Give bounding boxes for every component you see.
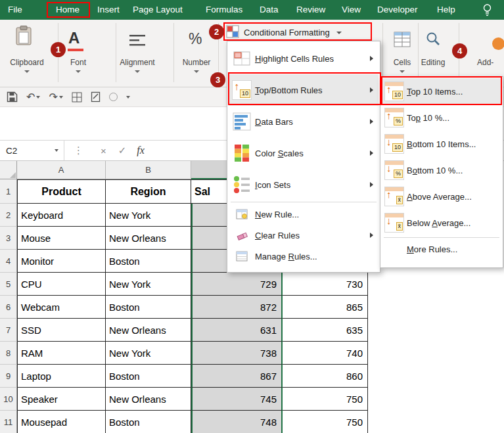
menu-item-color-scales[interactable]: Color Scales: [229, 137, 378, 169]
cell-d6[interactable]: 865: [283, 296, 368, 319]
cell-c5[interactable]: 729: [191, 273, 283, 296]
alignment-group-label[interactable]: Alignment: [113, 58, 162, 67]
menu-item-top-bottom-rules[interactable]: ↑10 Top/Bottom Rules: [229, 74, 378, 106]
row-number[interactable]: 9: [0, 365, 17, 388]
cell-a4[interactable]: Monitor: [17, 250, 106, 273]
number-group-label[interactable]: Number: [176, 58, 217, 67]
cell-b10[interactable]: New Orleans: [106, 388, 191, 411]
conditional-formatting-button[interactable]: Conditional Formatting: [226, 24, 369, 41]
chevron-down-icon[interactable]: [59, 96, 63, 99]
tab-data[interactable]: Data: [260, 0, 279, 20]
chevron-down-icon[interactable]: [55, 149, 58, 152]
font-color-icon[interactable]: A: [68, 29, 80, 47]
row-number[interactable]: 2: [0, 204, 17, 227]
find-select-magnifier-icon[interactable]: [425, 31, 441, 49]
circle-shape-icon[interactable]: [109, 93, 118, 101]
menu-item-manage-rules[interactable]: Manage Rules...: [229, 246, 378, 267]
chevron-down-icon[interactable]: [36, 96, 40, 99]
redo-button[interactable]: ↷: [49, 91, 62, 103]
addins-icon[interactable]: [492, 37, 504, 50]
submenu-item-bottom-10-percent[interactable]: ↓% Bottom 10 %...: [382, 157, 501, 183]
tab-formulas[interactable]: Formulas: [206, 0, 242, 20]
select-all-corner[interactable]: [0, 161, 17, 179]
tab-insert[interactable]: Insert: [97, 0, 120, 20]
tab-help[interactable]: Help: [437, 0, 455, 20]
menu-item-data-bars[interactable]: Data Bars: [229, 106, 378, 137]
row-number[interactable]: 4: [0, 250, 17, 273]
cell-b5[interactable]: New York: [106, 273, 191, 296]
cell-a11[interactable]: Mousepad: [17, 411, 106, 433]
chevron-down-icon[interactable]: [194, 70, 199, 73]
cell-c11[interactable]: 748: [191, 411, 283, 433]
row-number[interactable]: 11: [0, 411, 17, 433]
tab-home[interactable]: Home: [56, 0, 80, 20]
cell-a1[interactable]: Product: [17, 179, 106, 204]
cell-b4[interactable]: Boston: [106, 250, 191, 273]
clipboard-group-label[interactable]: Clipboard: [1, 58, 53, 67]
cells-group-label[interactable]: Cells: [386, 58, 418, 67]
name-box[interactable]: C2: [0, 141, 64, 160]
chevron-down-icon[interactable]: [135, 70, 140, 73]
chevron-down-icon[interactable]: [400, 70, 405, 73]
cell-d8[interactable]: 740: [283, 342, 368, 365]
cell-c9[interactable]: 867: [191, 365, 283, 388]
cell-c8[interactable]: 738: [191, 342, 283, 365]
cell-b6[interactable]: Boston: [106, 296, 191, 319]
menu-item-highlight-cells-rules[interactable]: Highlight Cells Rules: [229, 43, 378, 74]
cell-d7[interactable]: 635: [283, 319, 368, 342]
cell-a10[interactable]: Speaker: [17, 388, 106, 411]
menu-item-new-rule[interactable]: New Rule...: [229, 204, 378, 225]
row-number[interactable]: 7: [0, 319, 17, 342]
percent-number-icon[interactable]: %: [189, 30, 202, 48]
addins-group-label[interactable]: Add-: [477, 58, 504, 67]
row-number[interactable]: 10: [0, 388, 17, 411]
cell-b1[interactable]: Region: [106, 179, 191, 204]
row-number[interactable]: 3: [0, 227, 17, 250]
cell-a3[interactable]: Mouse: [17, 227, 106, 250]
submenu-item-top-10-percent[interactable]: ↑% Top 10 %...: [382, 104, 501, 131]
chevron-down-icon[interactable]: [24, 70, 30, 73]
paste-clipboard-icon[interactable]: [14, 25, 33, 49]
cell-b2[interactable]: New York: [106, 204, 191, 227]
cell-a8[interactable]: RAM: [17, 342, 106, 365]
borders-grid-icon[interactable]: [72, 92, 82, 103]
cell-d9[interactable]: 860: [283, 365, 368, 388]
draw-page-icon[interactable]: [91, 91, 101, 103]
cell-b8[interactable]: New York: [106, 342, 191, 365]
chevron-down-icon[interactable]: [76, 70, 81, 73]
row-number[interactable]: 6: [0, 296, 17, 319]
tab-developer[interactable]: Developer: [377, 0, 418, 20]
menu-item-icon-sets[interactable]: Icon Sets: [229, 169, 378, 200]
cell-a5[interactable]: CPU: [17, 273, 106, 296]
row-number[interactable]: 8: [0, 342, 17, 365]
cell-b7[interactable]: New Orleans: [106, 319, 191, 342]
cell-c10[interactable]: 745: [191, 388, 283, 411]
column-header-b[interactable]: B: [106, 161, 191, 179]
alignment-icon[interactable]: [129, 34, 145, 49]
cancel-icon[interactable]: ×: [101, 145, 106, 156]
tab-review[interactable]: Review: [296, 0, 325, 20]
tab-file[interactable]: File: [8, 0, 22, 20]
cells-icon[interactable]: [394, 32, 411, 50]
cell-d10[interactable]: 750: [283, 388, 368, 411]
cell-b9[interactable]: Boston: [106, 365, 191, 388]
cell-d11[interactable]: 750: [283, 411, 368, 433]
cell-c7[interactable]: 631: [191, 319, 283, 342]
submenu-item-bottom-10-items[interactable]: ↓10 Bottom 10 Items...: [382, 131, 501, 157]
cell-d5[interactable]: 730: [283, 273, 368, 296]
column-header-a[interactable]: A: [17, 161, 106, 179]
row-number[interactable]: 1: [0, 179, 17, 204]
customize-qat-chevron-icon[interactable]: [126, 96, 130, 99]
submenu-item-above-average[interactable]: ↑x̄ Above Average...: [382, 183, 501, 210]
save-icon[interactable]: [7, 91, 18, 103]
font-group-label[interactable]: Font: [58, 58, 99, 67]
cell-c6[interactable]: 872: [191, 296, 283, 319]
submenu-item-more-rules[interactable]: More Rules...: [382, 239, 501, 259]
menu-item-clear-rules[interactable]: Clear Rules: [229, 225, 378, 246]
enter-icon[interactable]: ✓: [118, 145, 127, 156]
undo-button[interactable]: ↶: [26, 91, 40, 103]
insert-function-button[interactable]: fx: [137, 145, 145, 156]
cell-a2[interactable]: Keyboard: [17, 204, 106, 227]
cell-a6[interactable]: Webcam: [17, 296, 106, 319]
submenu-item-top-10-items[interactable]: ↑10 Top 10 Items...: [382, 78, 501, 104]
